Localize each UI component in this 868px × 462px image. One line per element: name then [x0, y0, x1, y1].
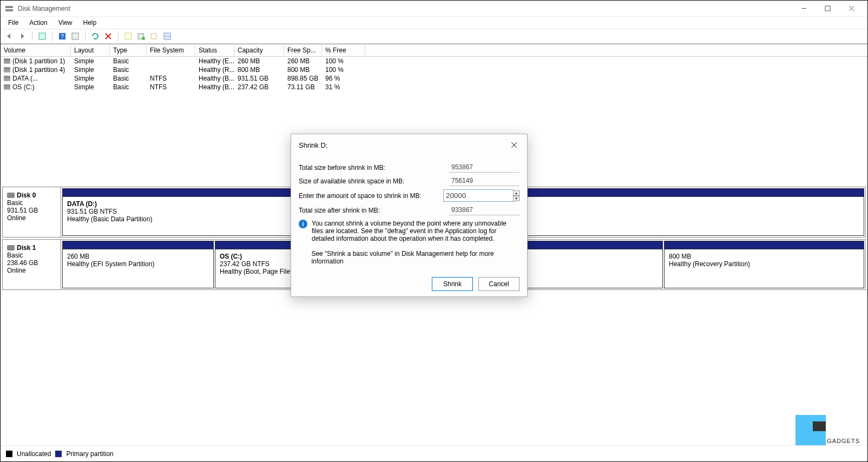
action2-icon[interactable] [149, 31, 160, 42]
settings-icon[interactable] [70, 31, 81, 42]
delete-icon[interactable] [103, 31, 114, 42]
partition-header [63, 241, 213, 249]
minimize-button[interactable] [792, 1, 816, 17]
col-volume[interactable]: Volume [1, 44, 71, 56]
help-icon[interactable]: ? [57, 31, 68, 42]
table-row[interactable]: OS (C:) Simple Basic NTFS Healthy (B... … [1, 83, 867, 91]
partition-status: Healthy (EFI System Partition) [67, 260, 209, 268]
table-row[interactable]: (Disk 1 partition 4) Simple Basic Health… [1, 65, 867, 74]
available-label: Size of available shrink space in MB: [299, 177, 449, 185]
svg-rect-9 [72, 33, 78, 39]
col-type[interactable]: Type [110, 44, 147, 56]
col-layout[interactable]: Layout [71, 44, 110, 56]
cell-layout: Simple [71, 75, 110, 82]
disk-size: 238.46 GB [7, 259, 56, 267]
cell-pct: 100 % [322, 57, 365, 65]
legend-primary: Primary partition [66, 450, 113, 458]
menubar: File Action View Help [1, 17, 867, 29]
disk-icon [7, 193, 15, 198]
cell-pct: 100 % [322, 66, 365, 74]
svg-rect-3 [825, 6, 830, 11]
cell-free: 73.11 GB [284, 83, 322, 91]
total-after-value: 933867 [449, 205, 520, 215]
shrink-amount-input[interactable] [443, 189, 514, 202]
dialog-close-button[interactable] [509, 140, 520, 150]
action-icon[interactable] [136, 31, 147, 42]
table-row[interactable]: (Disk 1 partition 1) Simple Basic Health… [1, 57, 867, 65]
menu-file[interactable]: File [3, 18, 24, 28]
watermark: GADGETS [795, 415, 860, 445]
svg-text:?: ? [61, 33, 64, 39]
cell-type: Basic [110, 66, 147, 74]
disk-name: Disk 1 [7, 244, 56, 252]
menu-help[interactable]: Help [78, 18, 102, 28]
partition-size: 800 MB [669, 253, 859, 260]
dialog-titlebar: Shrink D: [291, 134, 527, 156]
cell-pct: 31 % [322, 83, 365, 91]
dialog-title: Shrink D: [299, 141, 509, 149]
volume-icon [4, 84, 10, 90]
col-freespace[interactable]: Free Sp... [284, 44, 322, 56]
menu-view[interactable]: View [53, 18, 78, 28]
cell-fs: NTFS [147, 83, 195, 91]
spinner-down-icon[interactable]: ▼ [513, 196, 520, 201]
refresh-icon[interactable] [90, 31, 101, 42]
maximize-button[interactable] [816, 1, 839, 17]
col-status[interactable]: Status [195, 44, 234, 56]
cell-status: Healthy (B... [195, 75, 234, 82]
watermark-text: GADGETS [827, 438, 860, 445]
cell-fs [147, 66, 195, 74]
enter-amount-label: Enter the amount of space to shrink in M… [299, 192, 443, 200]
table-row[interactable]: DATA (... Simple Basic NTFS Healthy (B..… [1, 74, 867, 83]
total-after-label: Total size after shrink in MB: [299, 207, 449, 214]
menu-action[interactable]: Action [24, 18, 52, 28]
separator [85, 31, 86, 41]
svg-rect-12 [125, 33, 131, 39]
toolbar: ? [1, 29, 867, 44]
cell-capacity: 260 MB [234, 57, 284, 65]
view-icon[interactable] [37, 31, 48, 42]
disk-type: Basic [7, 252, 56, 259]
disk-info: Disk 1 Basic 238.46 GB Online [3, 240, 61, 289]
partition[interactable]: 800 MB Healthy (Recovery Partition) [664, 241, 864, 288]
cell-layout: Simple [71, 57, 110, 65]
col-spacer [365, 44, 867, 56]
partition-size: 260 MB [67, 253, 209, 260]
forward-icon[interactable] [17, 31, 28, 42]
info-text-2: See "Shrink a basic volume" in Disk Mana… [311, 250, 520, 265]
cell-type: Basic [110, 75, 147, 82]
col-capacity[interactable]: Capacity [234, 44, 284, 56]
spinner-up-icon[interactable]: ▲ [513, 190, 520, 196]
list-icon[interactable] [162, 31, 173, 42]
cell-free: 898.85 GB [284, 75, 322, 82]
cell-capacity: 800 MB [234, 66, 284, 74]
col-pctfree[interactable]: % Free [322, 44, 365, 56]
titlebar: Disk Management [1, 1, 867, 17]
partition-status: Healthy (Recovery Partition) [669, 260, 859, 268]
total-before-value: 953867 [449, 162, 520, 173]
watermark-logo [795, 415, 826, 445]
disk-name: Disk 0 [7, 192, 56, 199]
cell-layout: Simple [71, 83, 110, 91]
legend-unallocated-swatch [6, 451, 12, 457]
col-filesystem[interactable]: File System [147, 44, 195, 56]
disk-type: Basic [7, 199, 56, 207]
disk-size: 931.51 GB [7, 207, 56, 214]
back-icon[interactable] [4, 31, 15, 42]
spinner[interactable]: ▲▼ [513, 190, 520, 201]
shrink-dialog: Shrink D: Total size before shrink in MB… [291, 134, 528, 297]
disk-state: Online [7, 214, 56, 222]
cancel-button[interactable]: Cancel [478, 277, 520, 291]
legend-unallocated: Unallocated [17, 450, 51, 458]
cell-volume: OS (C:) [1, 83, 71, 91]
close-button[interactable] [839, 1, 863, 17]
partition[interactable]: 260 MB Healthy (EFI System Partition) [62, 241, 214, 288]
cell-type: Basic [110, 57, 147, 65]
volume-icon [4, 67, 10, 72]
legend-primary-swatch [55, 451, 62, 457]
shrink-button[interactable]: Shrink [432, 277, 473, 291]
cell-layout: Simple [71, 66, 110, 74]
properties-icon[interactable] [123, 31, 134, 42]
cell-type: Basic [110, 83, 147, 91]
info-icon: i [299, 220, 307, 228]
